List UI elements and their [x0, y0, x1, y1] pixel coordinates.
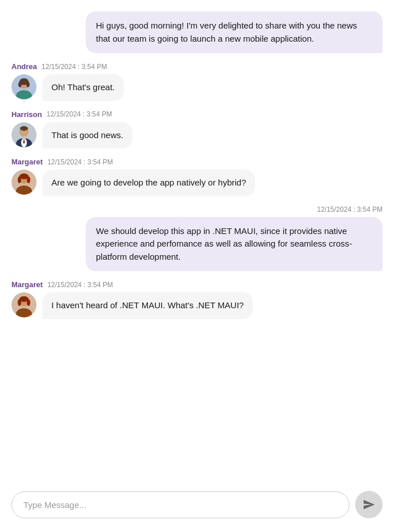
sender-name-harrison: Harrison — [11, 110, 42, 119]
send-button[interactable] — [355, 491, 383, 518]
incoming-content-margaret-1: Are we going to develop the app natively… — [11, 170, 255, 196]
message-incoming-harrison: Harrison 12/15/2024 : 3:54 PM — [11, 110, 383, 149]
svg-point-13 — [20, 126, 28, 131]
message-incoming-andrea: Andrea 12/15/2024 : 3:54 PM Oh! That's — [11, 62, 383, 101]
svg-point-27 — [27, 299, 30, 306]
message-bubble-margaret-2: I haven't heard of .NET MAUI. What's .NE… — [42, 292, 253, 319]
message-incoming-margaret-1: Margaret 12/15/2024 : 3:54 PM Are we goi… — [11, 158, 383, 196]
message-meta-harrison: Harrison 12/15/2024 : 3:54 PM — [11, 110, 112, 119]
sender-name-andrea: Andrea — [11, 62, 37, 71]
message-bubble-outgoing-2: We should develop this app in .NET MAUI,… — [86, 217, 383, 272]
message-meta-margaret-1: Margaret 12/15/2024 : 3:54 PM — [11, 158, 113, 166]
send-icon — [363, 498, 375, 511]
svg-point-20 — [27, 176, 30, 183]
svg-point-5 — [18, 82, 22, 87]
message-outgoing-1: Hi guys, good morning! I'm very delighte… — [11, 11, 383, 53]
timestamp-harrison: 12/15/2024 : 3:54 PM — [46, 110, 112, 118]
svg-point-6 — [26, 82, 30, 87]
input-area — [0, 482, 394, 532]
incoming-content-andrea: Oh! That's great. — [11, 74, 124, 101]
chat-container: Hi guys, good morning! I'm very delighte… — [0, 0, 394, 482]
timestamp-andrea: 12/15/2024 : 3:54 PM — [42, 63, 107, 71]
message-bubble-andrea: Oh! That's great. — [42, 74, 124, 101]
svg-point-26 — [18, 299, 21, 306]
message-meta-margaret-2: Margaret 12/15/2024 : 3:54 PM — [11, 280, 113, 289]
timestamp-margaret-1: 12/15/2024 : 3:54 PM — [47, 158, 113, 166]
sender-name-margaret-1: Margaret — [11, 158, 43, 166]
message-meta-andrea: Andrea 12/15/2024 : 3:54 PM — [11, 62, 107, 71]
avatar-margaret-1 — [11, 170, 37, 195]
timestamp-outgoing-2: 12/15/2024 : 3:54 PM — [317, 205, 383, 213]
outgoing-meta-2: 12/15/2024 : 3:54 PM — [317, 205, 383, 213]
timestamp-margaret-2: 12/15/2024 : 3:54 PM — [47, 281, 113, 289]
message-outgoing-2: 12/15/2024 : 3:54 PM We should develop t… — [11, 205, 383, 272]
incoming-content-margaret-2: I haven't heard of .NET MAUI. What's .NE… — [11, 292, 253, 319]
message-input-wrapper[interactable] — [11, 491, 349, 518]
sender-name-margaret-2: Margaret — [11, 280, 43, 289]
message-bubble: Hi guys, good morning! I'm very delighte… — [86, 11, 383, 53]
message-incoming-margaret-2: Margaret 12/15/2024 : 3:54 PM I haven't … — [11, 280, 383, 319]
avatar-andrea — [11, 74, 37, 99]
message-bubble-harrison: That is good news. — [42, 122, 132, 149]
message-bubble-margaret-1: Are we going to develop the app natively… — [42, 170, 255, 196]
message-input[interactable] — [23, 500, 337, 510]
avatar-harrison — [11, 122, 37, 147]
avatar-margaret-2 — [11, 292, 37, 317]
incoming-content-harrison: That is good news. — [11, 122, 132, 149]
svg-point-19 — [18, 176, 21, 183]
